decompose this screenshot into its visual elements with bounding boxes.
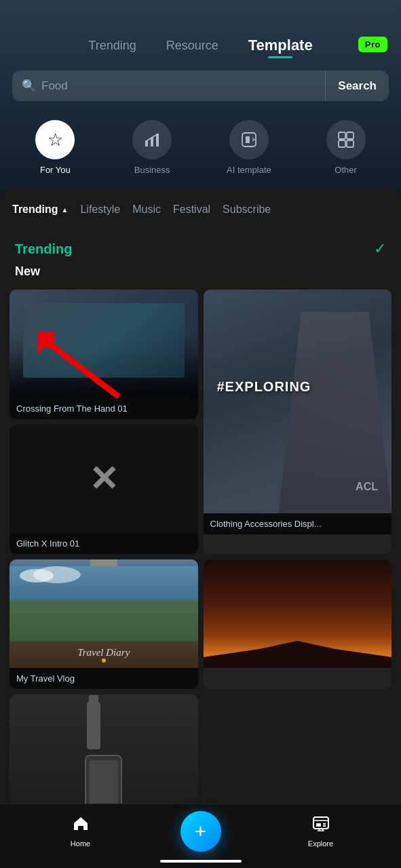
svg-rect-6 xyxy=(347,132,354,139)
travel-diary-text: Travel Diary xyxy=(77,647,130,658)
filter-tab-lifestyle[interactable]: Lifestyle xyxy=(80,203,132,225)
home-icon xyxy=(72,815,90,837)
explore-icon xyxy=(312,815,330,837)
other-label: Other xyxy=(335,165,357,175)
add-icon: + xyxy=(195,821,207,842)
trending-section-title: Trending xyxy=(15,241,72,257)
trending-section-header: Trending ✓ xyxy=(0,225,401,262)
svg-rect-2 xyxy=(156,134,159,146)
for-you-icon: ☆ xyxy=(35,120,75,159)
search-icon: 🔍 xyxy=(22,79,36,93)
dropdown-panel: Trending Lifestyle Music Festival Subscr… xyxy=(0,189,401,868)
ai-template-label: AI template xyxy=(227,165,271,175)
glitch-x-icon: ✕ xyxy=(89,458,119,499)
svg-rect-13 xyxy=(316,823,321,827)
svg-rect-12 xyxy=(313,817,328,829)
new-section-label: New xyxy=(0,262,401,290)
category-other[interactable]: Other xyxy=(322,120,370,175)
category-business[interactable]: Business xyxy=(128,120,176,175)
nav-template[interactable]: Template xyxy=(233,37,328,54)
filter-tab-subscribe[interactable]: Subscribe xyxy=(223,203,283,225)
search-input[interactable] xyxy=(41,79,316,93)
search-button[interactable]: Search xyxy=(325,71,389,101)
filter-tab-festival[interactable]: Festival xyxy=(173,203,223,225)
other-icon xyxy=(326,120,366,159)
for-you-label: For You xyxy=(40,165,71,175)
template-crossing[interactable]: Crossing From The Hand 01 xyxy=(9,290,198,419)
travel-thumbnail: Travel Diary xyxy=(9,559,198,668)
filter-tab-music[interactable]: Music xyxy=(132,203,173,225)
template-glitch[interactable]: ✕ Glitch X Intro 01 xyxy=(9,425,198,554)
search-input-area[interactable]: 🔍 xyxy=(12,71,325,101)
trending-check-icon: ✓ xyxy=(374,240,386,258)
template-travel[interactable]: Travel Diary My Travel Vlog xyxy=(9,559,198,689)
category-row: ☆ For You Business AI xyxy=(0,113,401,189)
bottom-navigation: Home + Explore xyxy=(0,804,401,868)
crossing-label: Crossing From The Hand 01 xyxy=(9,398,198,419)
home-label: Home xyxy=(71,840,90,848)
nav-resource[interactable]: Resource xyxy=(151,39,233,53)
exploring-thumbnail: #EXPLORING ACL xyxy=(204,290,392,513)
crossing-thumbnail xyxy=(9,290,198,398)
nav-home[interactable]: Home xyxy=(60,815,101,848)
category-ai-template[interactable]: AI template xyxy=(225,120,273,175)
svg-rect-7 xyxy=(339,140,345,147)
home-indicator xyxy=(160,860,242,863)
search-bar: 🔍 Search xyxy=(12,71,389,101)
pro-badge[interactable]: Pro xyxy=(358,37,387,52)
svg-rect-4 xyxy=(246,136,250,143)
svg-rect-5 xyxy=(339,132,345,139)
ai-template-icon xyxy=(229,120,269,159)
svg-rect-15 xyxy=(323,825,326,827)
nav-explore[interactable]: Explore xyxy=(301,815,341,848)
business-icon xyxy=(132,120,172,159)
glitch-thumbnail: ✕ xyxy=(9,425,198,533)
exploring-hashtag: #EXPLORING xyxy=(217,379,311,395)
travel-label: My Travel Vlog xyxy=(9,668,198,689)
filter-tab-trending[interactable]: Trending xyxy=(12,203,80,225)
template-sunset[interactable] xyxy=(204,559,392,689)
template-grid: Crossing From The Hand 01 #EXPLORING ACL… xyxy=(0,290,401,868)
top-navigation: Trending Resource Template Pro xyxy=(0,0,401,61)
explore-label: Explore xyxy=(308,840,333,848)
svg-rect-14 xyxy=(323,823,326,825)
filter-tabs: Trending Lifestyle Music Festival Subscr… xyxy=(0,193,401,225)
glitch-label: Glitch X Intro 01 xyxy=(9,533,198,554)
template-exploring[interactable]: #EXPLORING ACL Clothing Accessories Disp… xyxy=(204,290,392,554)
category-for-you[interactable]: ☆ For You xyxy=(31,120,79,175)
svg-rect-8 xyxy=(347,140,354,147)
sunset-thumbnail xyxy=(204,559,392,668)
add-button[interactable]: + xyxy=(180,811,221,852)
exploring-label: Clothing Accessories Displ... xyxy=(204,513,392,534)
business-label: Business xyxy=(134,165,170,175)
nav-trending[interactable]: Trending xyxy=(73,39,151,53)
